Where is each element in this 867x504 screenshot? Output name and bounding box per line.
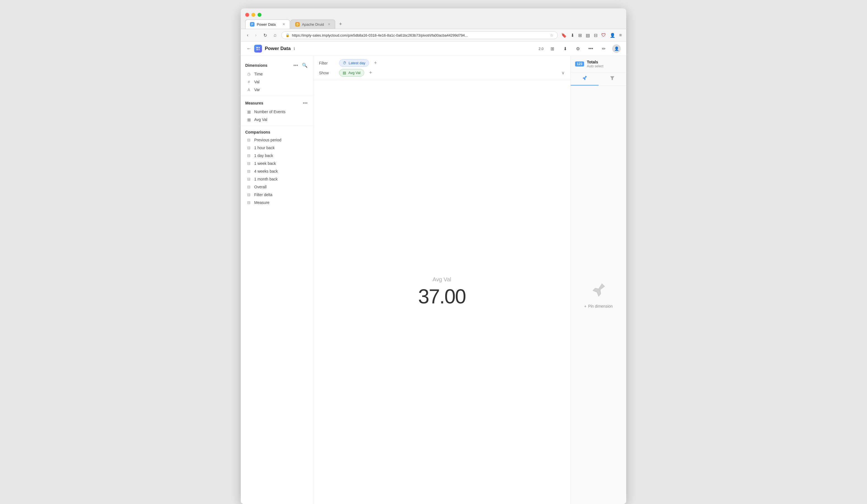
sidebar-item-avg-val-label: Avg Val <box>254 117 267 122</box>
settings-button[interactable]: ⚙ <box>574 44 582 53</box>
dimensions-label: Dimensions <box>245 63 267 68</box>
previous-period-icon: ⊟ <box>246 138 251 142</box>
comparisons-section: Comparisons ⊟ Previous period ⊟ 1 hour b… <box>241 128 313 206</box>
dimensions-section: Dimensions ••• 🔍 ◷ Time # Val A Var <box>241 60 313 94</box>
app-info-button[interactable]: ℹ <box>293 46 295 51</box>
app-header: ← Power Data ℹ 2.0 ⊞ ⬇ ⚙ ••• ✏ 👤 <box>241 42 626 56</box>
split-icon[interactable]: ⊟ <box>594 33 598 38</box>
dimensions-more-button[interactable]: ••• <box>292 62 299 68</box>
download-button[interactable]: ⬇ <box>561 44 569 53</box>
metric-value: 37.00 <box>418 285 465 308</box>
totals-title: Totals <box>587 60 603 64</box>
tab-power-data[interactable]: P Power Data ✕ <box>245 20 290 29</box>
number-of-events-icon: ▦ <box>246 109 251 114</box>
filter-chip-latest-day[interactable]: ⏱ Latest day <box>339 59 369 67</box>
browser-window: P Power Data ✕ D Apache Druid ✕ + ‹ › ↻ … <box>241 8 626 504</box>
main-layout: Dimensions ••• 🔍 ◷ Time # Val A Var <box>241 56 626 504</box>
1-hour-back-icon: ⊟ <box>246 146 251 150</box>
sidebar-item-1-week-back[interactable]: ⊟ 1 week back <box>241 160 313 167</box>
forward-button[interactable]: › <box>253 32 258 39</box>
download-icon[interactable]: ⬇ <box>571 33 574 38</box>
measures-header: Measures ••• <box>241 98 313 108</box>
sidebar-item-time[interactable]: ◷ Time <box>241 70 313 78</box>
sidebar-item-measure[interactable]: ⊟ Measure <box>241 199 313 206</box>
app-header-right: 2.0 ⊞ ⬇ ⚙ ••• ✏ 👤 <box>538 44 621 53</box>
filter-delta-icon: ⊟ <box>246 193 251 197</box>
refresh-button[interactable]: ↻ <box>262 32 269 39</box>
svg-rect-3 <box>258 49 260 50</box>
maximize-traffic-light[interactable] <box>258 13 261 17</box>
sidebar-item-avg-val[interactable]: ▦ Avg Val <box>241 116 313 124</box>
shield-icon[interactable]: 🛡 <box>601 33 606 38</box>
filter-tab[interactable] <box>599 72 627 85</box>
close-traffic-light[interactable] <box>245 13 249 17</box>
browser-tabs: P Power Data ✕ D Apache Druid ✕ + <box>245 20 622 29</box>
filter-chip-label: Latest day <box>349 61 365 65</box>
sidebar-item-filter-delta-label: Filter delta <box>254 193 272 197</box>
tab-power-data-label: Power Data <box>257 22 276 26</box>
url-text: https://imply-sales.implycloud.com/p/e5d… <box>292 33 547 37</box>
address-bar[interactable]: 🔒 https://imply-sales.implycloud.com/p/e… <box>281 31 557 39</box>
sidebar-item-1-day-back[interactable]: ⊟ 1 day back <box>241 152 313 160</box>
show-chip-avg-val[interactable]: ▤ Avg Val <box>339 69 364 77</box>
filter-add-button[interactable]: + <box>372 60 379 66</box>
sidebar-item-1-week-back-label: 1 week back <box>254 161 276 166</box>
home-button[interactable]: ⌂ <box>272 32 278 39</box>
pin-dimension-button[interactable]: + Pin dimension <box>584 304 612 309</box>
right-panel-tabs <box>571 72 626 86</box>
menu-icon[interactable]: ≡ <box>619 33 622 38</box>
grid-icon[interactable]: ⊞ <box>578 33 582 38</box>
right-panel-header: 123 Totals Auto select <box>571 56 626 72</box>
time-icon: ◷ <box>246 72 251 76</box>
bookmark-icon[interactable]: 🔖 <box>561 33 567 38</box>
minimize-traffic-light[interactable] <box>251 13 255 17</box>
sidebar-item-4-weeks-back[interactable]: ⊟ 4 weeks back <box>241 167 313 175</box>
overall-icon: ⊟ <box>246 185 251 189</box>
4-weeks-back-icon: ⊟ <box>246 169 251 173</box>
filter-chip-clock-icon: ⏱ <box>343 61 346 65</box>
more-options-button[interactable]: ••• <box>587 44 595 53</box>
measures-more-button[interactable]: ••• <box>302 100 309 106</box>
avg-val-icon: ▦ <box>246 117 251 122</box>
sidebar-item-var-label: Var <box>254 87 260 92</box>
reader-icon[interactable]: ▤ <box>586 33 590 38</box>
tab-apache-druid-label: Apache Druid <box>302 22 324 26</box>
dimensions-search-button[interactable]: 🔍 <box>301 62 309 68</box>
measure-icon: ⊟ <box>246 200 251 205</box>
sidebar-item-previous-period[interactable]: ⊟ Previous period <box>241 136 313 144</box>
content-area: Filter ⏱ Latest day + Show ▤ Avg Val + ∨ <box>313 56 570 504</box>
sidebar-item-overall-label: Overall <box>254 185 267 189</box>
profile-icon[interactable]: 👤 <box>610 33 616 38</box>
pin-tab[interactable] <box>571 72 599 85</box>
edit-button[interactable]: ✏ <box>599 44 608 53</box>
sidebar-item-var[interactable]: A Var <box>241 86 313 94</box>
tab-apache-druid-close[interactable]: ✕ <box>328 22 330 26</box>
traffic-lights <box>245 11 622 20</box>
tab-power-data-close[interactable]: ✕ <box>282 22 285 26</box>
tab-apache-druid[interactable]: D Apache Druid ✕ <box>290 20 335 29</box>
right-panel-content: + Pin dimension <box>571 86 626 504</box>
sidebar-item-number-of-events[interactable]: ▦ Number of Events <box>241 108 313 116</box>
nav-right-icons: 🔖 ⬇ ⊞ ▤ ⊟ 🛡 👤 ≡ <box>561 33 622 38</box>
grid-view-button[interactable]: ⊞ <box>548 44 556 53</box>
sidebar: Dimensions ••• 🔍 ◷ Time # Val A Var <box>241 56 313 504</box>
1-week-back-icon: ⊟ <box>246 161 251 166</box>
1-day-back-icon: ⊟ <box>246 153 251 158</box>
sidebar-item-filter-delta[interactable]: ⊟ Filter delta <box>241 191 313 199</box>
back-button[interactable]: ‹ <box>245 32 250 39</box>
comparisons-header: Comparisons <box>241 128 313 136</box>
user-avatar[interactable]: 👤 <box>612 44 621 53</box>
sidebar-item-1-hour-back-label: 1 hour back <box>254 146 275 150</box>
svg-rect-2 <box>256 49 258 50</box>
show-expand-button[interactable]: ∨ <box>561 70 565 75</box>
sidebar-item-overall[interactable]: ⊟ Overall <box>241 183 313 191</box>
new-tab-button[interactable]: + <box>336 20 345 29</box>
measures-label: Measures <box>245 101 264 105</box>
sidebar-item-time-label: Time <box>254 72 263 76</box>
sidebar-item-val[interactable]: # Val <box>241 78 313 86</box>
app-back-button[interactable]: ← <box>246 46 251 52</box>
show-add-button[interactable]: + <box>367 69 374 76</box>
sidebar-item-1-hour-back[interactable]: ⊟ 1 hour back <box>241 144 313 152</box>
sidebar-divider-2 <box>241 126 313 126</box>
sidebar-item-1-month-back[interactable]: ⊟ 1 month back <box>241 175 313 183</box>
